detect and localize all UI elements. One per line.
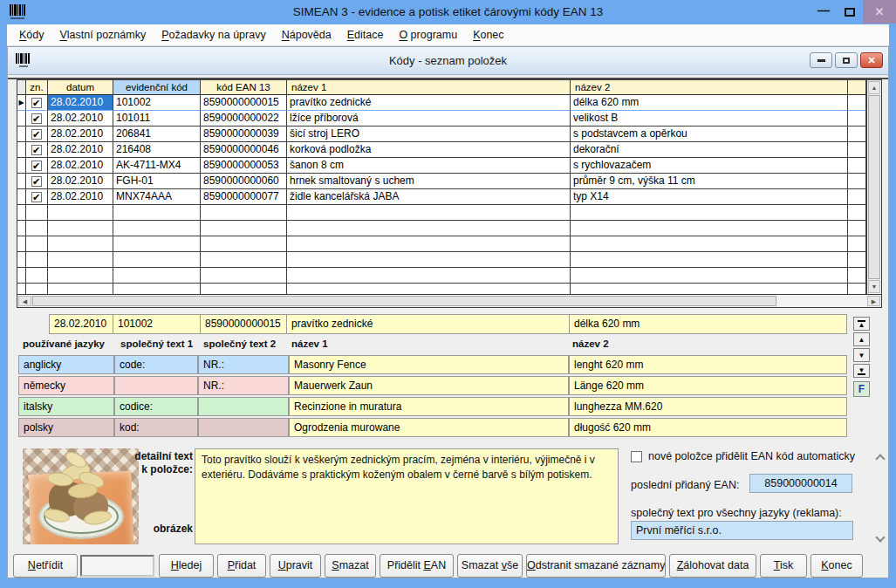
smazat-vse-button[interactable]: Smazat vše [457, 554, 523, 578]
cell-nazev2[interactable]: velikost B [571, 111, 848, 126]
nav-last-button[interactable]: ▼ [853, 364, 870, 378]
upravit-button[interactable]: Upravit [270, 554, 321, 578]
lang-text2[interactable]: NR.: [198, 376, 289, 395]
lang-nazev1[interactable]: Ogrodzenia murowane [289, 418, 569, 437]
cell-datum[interactable]: 28.02.2010 [48, 142, 113, 158]
cell-datum[interactable]: 28.02.2010 [48, 126, 113, 142]
odstranit-smazane-button[interactable]: Odstranit smazané záznamy [526, 554, 666, 578]
row-checkbox[interactable] [31, 161, 42, 171]
lang-nazev2[interactable]: lenght 620 mm [569, 355, 847, 374]
cell-kod[interactable]: 216408 [113, 142, 201, 158]
cell-nazev2[interactable]: průměr 9 cm, výška 11 cm [571, 174, 848, 189]
cell-nazev2[interactable]: s rychlovazačem [571, 158, 848, 174]
lang-nazev2[interactable]: długość 620 mm [569, 418, 847, 437]
lang-text1[interactable]: codice: [114, 397, 198, 416]
search-input[interactable] [80, 555, 154, 577]
common-text-field[interactable]: První měřící s.r.o. [631, 521, 853, 540]
cell-kod[interactable]: 101011 [113, 111, 201, 126]
menu-item-napoveda[interactable]: Nápověda [274, 24, 339, 46]
hledej-button[interactable]: Hledej [159, 554, 214, 578]
cell-kod[interactable]: 101002 [113, 95, 201, 111]
menu-item-pozadavky-na-upravy[interactable]: Požadavky na úpravy [154, 24, 274, 46]
table-row[interactable]: ▶ 28.02.2010 206841 8590000000039 šicí s… [17, 126, 866, 142]
textarea-scroll-up-icon[interactable] [875, 454, 885, 463]
zalohovat-data-button[interactable]: Zálohovat data [669, 554, 756, 578]
nav-next-button[interactable]: ▼ [853, 348, 870, 362]
cell-nazev1[interactable]: lžíce příborová [287, 111, 571, 126]
lang-name[interactable]: anglicky [18, 355, 114, 374]
cell-nazev2[interactable]: délka 620 mm [571, 95, 848, 111]
table-row[interactable]: ▶ 28.02.2010 MNX74AAA 8590000000077 židl… [17, 189, 866, 205]
menu-item-o-programu[interactable]: O programu [391, 24, 465, 46]
cell-nazev2[interactable]: dekorační [571, 142, 848, 158]
cell-nazev1[interactable]: židle kancelářská JABA [287, 189, 571, 205]
child-close-button[interactable]: ✕ [860, 52, 883, 68]
detail-textarea[interactable]: Toto pravítko slouží k veškerým zednický… [195, 448, 619, 544]
close-button[interactable]: ✕ [863, 0, 896, 24]
cell-kod[interactable]: FGH-01 [113, 174, 201, 189]
header-zn[interactable]: zn. [26, 80, 48, 95]
cell-nazev1[interactable]: hrnek smaltovaný s uchem [287, 174, 571, 189]
cell-datum[interactable]: 28.02.2010 [48, 189, 113, 205]
row-checkbox[interactable] [31, 98, 42, 108]
netridit-button[interactable]: Netřídit [13, 554, 78, 578]
table-row[interactable]: ▶ 28.02.2010 AK-4711-MX4 8590000000053 š… [17, 158, 866, 174]
header-datum[interactable]: datum [48, 80, 113, 95]
grid-vertical-scrollbar[interactable]: ▲ ▼ [866, 80, 881, 294]
textarea-scroll-down-icon[interactable] [875, 532, 885, 542]
cell-ean[interactable]: 8590000000015 [201, 95, 287, 111]
table-row[interactable]: ▶ 28.02.2010 101002 8590000000015 pravít… [17, 95, 866, 111]
lang-nazev2[interactable]: Länge 620 mm [569, 376, 847, 395]
lang-text1[interactable]: code: [114, 355, 198, 374]
row-checkbox[interactable] [31, 129, 42, 140]
cell-nazev1[interactable]: šanon 8 cm [287, 158, 571, 174]
header-kod-ean[interactable]: kód EAN 13 [201, 80, 287, 95]
scrollbar-thumb[interactable] [32, 296, 776, 306]
cell-datum[interactable]: 28.02.2010 [48, 111, 113, 126]
row-checkbox[interactable] [31, 192, 42, 202]
header-nazev1[interactable]: název 1 [287, 80, 571, 95]
lang-text1[interactable]: kod: [114, 418, 198, 437]
row-checkbox[interactable] [31, 113, 42, 124]
auto-ean-checkbox[interactable] [631, 451, 642, 462]
smazat-button[interactable]: Smazat [325, 554, 376, 578]
scroll-right-icon[interactable]: ▶ [867, 296, 880, 306]
menu-item-kody[interactable]: Kódy [11, 24, 52, 46]
lang-nazev1[interactable]: Recinzione in muratura [289, 397, 569, 416]
cell-datum[interactable]: 28.02.2010 [48, 95, 113, 111]
cell-datum[interactable]: 28.02.2010 [48, 174, 113, 189]
minimize-button[interactable]: — [811, 0, 837, 24]
nav-first-button[interactable]: ▲ [853, 317, 870, 331]
cell-ean[interactable]: 8590000000022 [201, 111, 287, 126]
table-row[interactable]: ▶ 28.02.2010 FGH-01 8590000000060 hrnek … [17, 174, 866, 189]
lang-text2[interactable] [198, 418, 289, 437]
child-minimize-button[interactable] [810, 52, 832, 68]
cell-ean[interactable]: 8590000000053 [201, 158, 287, 174]
header-evidencni-kod[interactable]: evidenční kód [113, 80, 201, 95]
menu-item-vlastni-poznamky[interactable]: Vlastní poznámky [52, 24, 154, 46]
lang-text1[interactable] [114, 376, 198, 395]
scroll-down-icon[interactable]: ▼ [868, 280, 880, 293]
pridat-button[interactable]: Přidat [217, 554, 266, 578]
lang-name[interactable]: polsky [18, 418, 114, 437]
cell-nazev2[interactable]: typ X14 [571, 189, 848, 205]
menu-item-editace[interactable]: Editace [339, 24, 392, 46]
cell-ean[interactable]: 8590000000039 [201, 126, 287, 142]
cell-nazev1[interactable]: korková podložka [287, 142, 571, 158]
maximize-button[interactable] [837, 0, 863, 24]
lang-text2[interactable]: NR.: [198, 355, 289, 374]
konec-button[interactable]: Konec [811, 554, 863, 578]
cell-ean[interactable]: 8590000000077 [201, 189, 287, 205]
lang-text2[interactable] [198, 397, 289, 416]
scrollbar-thumb[interactable] [868, 95, 880, 279]
f-button[interactable]: F [853, 381, 870, 397]
scroll-up-icon[interactable]: ▲ [868, 81, 880, 94]
child-restore-button[interactable] [835, 52, 858, 68]
scroll-left-icon[interactable]: ◀ [18, 296, 31, 306]
cell-nazev1[interactable]: šicí stroj LERO [287, 126, 571, 142]
cell-nazev2[interactable]: s podstavcem a opěrkou [571, 126, 848, 142]
row-checkbox[interactable] [31, 176, 42, 187]
cell-nazev1[interactable]: pravítko zednické [287, 95, 571, 111]
cell-kod[interactable]: MNX74AAA [113, 189, 201, 205]
lang-nazev2[interactable]: lunghezza MM.620 [569, 397, 847, 416]
